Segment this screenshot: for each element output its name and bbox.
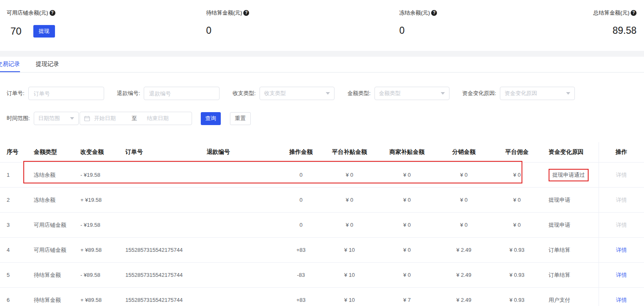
cell-change-reason: 用户支付 [542, 288, 599, 306]
table-row: 6待结算金额+ ¥89.581552857315542175744+83¥ 10… [0, 288, 644, 306]
cell-distribution-amount: ¥ 0 [436, 213, 492, 238]
chevron-down-icon [566, 92, 570, 95]
income-type-select[interactable]: 收支类型 [260, 87, 334, 100]
cell-distribution-amount: ¥ 2.49 [436, 263, 492, 288]
start-date-placeholder: 开始日期 [94, 115, 116, 122]
header-distribution-amount: 分销金额 [436, 142, 492, 163]
income-type-label: 收支类型: [232, 90, 256, 97]
income-type-placeholder: 收支类型 [264, 90, 286, 97]
table-row: 4可用店铺金额+ ¥89.581552857315542175744+83¥ 1… [0, 238, 644, 263]
cell-change-reason: 提现申请 [542, 213, 599, 238]
available-balance-label: 可用店铺余额(元) [7, 9, 48, 17]
summary-card-available-balance: 可用店铺余额(元) 70 提现 [0, 9, 206, 51]
tab-withdrawal-records[interactable]: 提现记录 [36, 57, 59, 72]
change-reason-placeholder: 资金变化原因 [504, 90, 537, 97]
cell-seq: 3 [0, 213, 27, 238]
cell-merchant-subsidy: ¥ 0 [378, 163, 436, 188]
search-button[interactable]: 查询 [201, 112, 221, 125]
cell-platform-commission: ¥ 0.93 [492, 288, 542, 306]
tab-bar: 交易记录 提现记录 [0, 57, 644, 73]
chevron-down-icon [326, 92, 330, 95]
change-reason-select[interactable]: 资金变化原因 [500, 87, 575, 100]
cell-change-amount: - ¥19.58 [74, 213, 119, 238]
cell-order-no [119, 188, 200, 213]
header-seq: 序号 [0, 142, 27, 163]
cell-operation-amount: 0 [281, 188, 321, 213]
chevron-down-icon [441, 92, 445, 95]
table-row: 2冻结余额+ ¥19.580¥ 0¥ 0¥ 0¥ 0提现申请详情 [0, 188, 644, 213]
detail-link[interactable]: 详情 [616, 247, 627, 253]
date-range-picker[interactable]: 开始日期 至 结束日期 [80, 112, 192, 125]
cell-change-amount: - ¥89.58 [74, 263, 119, 288]
cell-refund-no [200, 163, 281, 188]
total-settlement-value: 89.58 [612, 25, 637, 36]
cell-actions: 详情 [599, 263, 644, 288]
cell-refund-no [200, 288, 281, 306]
frozen-balance-value: 0 [399, 25, 405, 36]
cell-order-no [119, 163, 200, 188]
amount-type-placeholder: 金额类型 [379, 90, 401, 97]
help-icon[interactable] [631, 10, 637, 16]
header-order-no: 订单号 [119, 142, 200, 163]
detail-link[interactable]: 详情 [616, 272, 627, 278]
cell-change-amount: + ¥89.58 [74, 238, 119, 263]
table-row: 1冻结余额- ¥19.580¥ 0¥ 0¥ 0¥ 0提现申请通过详情 [0, 163, 644, 188]
cell-merchant-subsidy: ¥ 7 [378, 288, 436, 306]
header-merchant-subsidy: 商家补贴金额 [378, 142, 436, 163]
cell-amount-type: 冻结余额 [27, 163, 74, 188]
frozen-balance-label: 冻结余额(元) [399, 9, 430, 17]
balance-summary: 可用店铺余额(元) 70 提现 待结算金额(元) 0 冻结余额(元) [0, 0, 644, 51]
cell-distribution-amount: ¥ 2.49 [436, 288, 492, 306]
withdraw-button[interactable]: 提现 [33, 25, 55, 38]
filter-area: 订单号: 退款编号: 收支类型: 收支类型 金额类型: [0, 73, 644, 125]
cell-operation-amount: 0 [281, 163, 321, 188]
header-platform-commission: 平台佣金 [492, 142, 542, 163]
cell-merchant-subsidy: ¥ 0 [378, 238, 436, 263]
cell-seq: 1 [0, 163, 27, 188]
cell-distribution-amount: ¥ 0 [436, 188, 492, 213]
detail-link[interactable]: 详情 [616, 172, 627, 178]
help-icon[interactable] [431, 10, 437, 16]
cell-seq: 5 [0, 263, 27, 288]
cell-seq: 2 [0, 188, 27, 213]
refund-no-input[interactable] [144, 87, 220, 100]
help-icon[interactable] [50, 10, 55, 16]
cell-order-no: 1552857315542175744 [119, 263, 200, 288]
date-range-type-select[interactable]: 日期范围 [34, 112, 79, 125]
header-change-reason: 资金变化原因 [542, 142, 599, 163]
refund-no-label: 退款编号: [117, 90, 140, 97]
cell-amount-type: 可用店铺金额 [27, 213, 74, 238]
help-icon[interactable] [243, 10, 249, 16]
cell-platform-subsidy: ¥ 0 [321, 213, 378, 238]
cell-merchant-subsidy: ¥ 0 [378, 188, 436, 213]
cell-operation-amount: -83 [281, 263, 321, 288]
header-amount-type: 金额类型 [27, 142, 74, 163]
cell-amount-type: 冻结余额 [27, 188, 74, 213]
cell-change-amount: + ¥19.58 [74, 188, 119, 213]
table-header-row: 序号金额类型改变金额订单号退款编号操作金额平台补贴金额商家补贴金额分销金额平台佣… [0, 142, 644, 163]
header-operation-amount: 操作金额 [281, 142, 321, 163]
cell-amount-type: 可用店铺金额 [27, 238, 74, 263]
cell-actions: 详情 [599, 238, 644, 263]
cell-platform-subsidy: ¥ 10 [321, 263, 378, 288]
date-separator: 至 [132, 115, 137, 122]
amount-type-select[interactable]: 金额类型 [374, 87, 449, 100]
detail-link[interactable]: 详情 [616, 222, 627, 228]
cell-platform-subsidy: ¥ 10 [321, 238, 378, 263]
order-no-input[interactable] [28, 87, 104, 100]
tab-transaction-records[interactable]: 交易记录 [0, 57, 20, 72]
cell-order-no: 1552857315542175744 [119, 238, 200, 263]
detail-link[interactable]: 详情 [616, 197, 627, 203]
records-panel: 交易记录 提现记录 订单号: 退款编号: 收支类型: 收支类型 [0, 57, 644, 306]
cell-actions: 详情 [599, 163, 644, 188]
detail-link[interactable]: 详情 [616, 297, 627, 303]
cell-platform-commission: ¥ 0.93 [492, 238, 542, 263]
end-date-placeholder: 结束日期 [147, 115, 169, 122]
cell-amount-type: 待结算金额 [27, 288, 74, 306]
header-platform-subsidy: 平台补贴金额 [321, 142, 378, 163]
order-no-label: 订单号: [7, 90, 25, 97]
reset-button[interactable]: 重置 [230, 112, 251, 125]
cell-refund-no [200, 188, 281, 213]
cell-platform-subsidy: ¥ 0 [321, 188, 378, 213]
total-settlement-label: 总结算金额(元) [593, 9, 629, 17]
